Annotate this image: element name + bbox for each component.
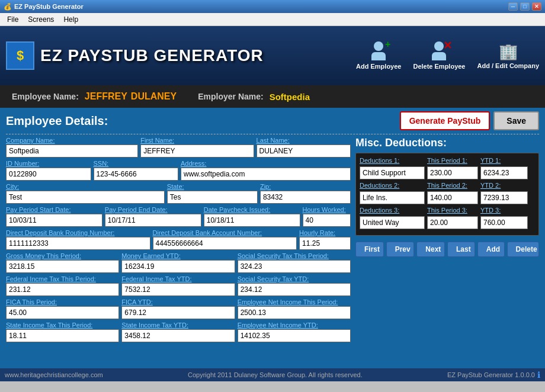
header: $ EZ PAYSTUB GENERATOR + Add Employee ✕ … <box>0 26 545 85</box>
last-button[interactable]: Last <box>447 242 475 257</box>
gross-money-input[interactable] <box>6 260 119 273</box>
ded2-period-input[interactable] <box>427 191 478 204</box>
row-id-ssn: ID Number: SSN: Address: <box>6 160 351 181</box>
ssn-input[interactable] <box>94 168 179 181</box>
bank-account-input[interactable] <box>153 237 297 250</box>
state-income-period-label: State Income Tax This Period: <box>6 322 119 329</box>
gross-money-group: Gross Money This Period: <box>6 252 119 273</box>
delete-employee-button[interactable]: ✕ Delete Employee <box>413 41 465 70</box>
state-income-ytd-input[interactable] <box>121 329 235 342</box>
ded3-period-label: This Period 3: <box>427 207 478 214</box>
bank-routing-input[interactable] <box>6 237 150 250</box>
footer-version: EZ PayStub Generator 1.0.0.0 <box>447 371 535 378</box>
fed-income-ytd-input[interactable] <box>121 283 235 296</box>
fed-income-period-group: Federal Incme Tax This Period: <box>6 275 119 296</box>
paycheck-date-input[interactable] <box>204 214 300 227</box>
ss-tax-ytd-label: Social Security Tax YTD: <box>238 275 351 282</box>
state-income-ytd-group: State Income Tax YTD: <box>121 322 235 342</box>
id-number-input[interactable] <box>6 168 91 181</box>
zip-input[interactable] <box>260 191 351 204</box>
pay-end-input[interactable] <box>105 214 201 227</box>
prev-button[interactable]: Prev <box>386 242 415 257</box>
state-input[interactable] <box>167 191 258 204</box>
add-edit-company-button[interactable]: 🏢 Add / Edit Company <box>477 43 540 69</box>
ded3-ytd-input[interactable] <box>480 216 528 229</box>
emp-name-label: Employee Name: <box>12 92 79 101</box>
menu-file[interactable]: File <box>2 14 23 25</box>
last-name-input[interactable] <box>257 144 351 158</box>
ded1-name-input[interactable] <box>360 166 425 179</box>
state-income-period-input[interactable] <box>6 329 119 342</box>
row-city-state-zip: City: State: Zip: <box>6 183 351 204</box>
emp-net-income-period-group: Employee Net Income This Period: <box>238 298 351 319</box>
menu-bar: File Screens Help <box>0 13 545 26</box>
id-number-group: ID Number: <box>6 160 91 181</box>
hourly-rate-group: Hourly Rate: <box>299 229 351 250</box>
pay-start-group: Pay Period Start Date: <box>6 206 102 227</box>
gross-money-label: Gross Money This Period: <box>6 252 119 259</box>
fica-ytd-input[interactable] <box>121 306 235 319</box>
ded-header-row-1: Deductions 1: This Period 1: YTD 1: <box>360 157 535 164</box>
company-name-input[interactable] <box>6 144 138 158</box>
close-button[interactable]: ✕ <box>532 2 541 11</box>
generate-paystub-button[interactable]: Generate PayStub <box>400 111 490 130</box>
ss-tax-period-label: Social Security Tax This Period: <box>238 252 351 259</box>
menu-screens[interactable]: Screens <box>23 14 59 25</box>
bank-account-group: Direct Deposit Bank Account Number: <box>153 229 297 250</box>
ded3-name-input[interactable] <box>360 216 425 229</box>
ded3-period-input[interactable] <box>427 216 478 229</box>
emp-net-income-period-label: Employee Net Income This Period: <box>238 298 351 306</box>
ded1-num-label: Deductions 1: <box>360 157 425 164</box>
ss-tax-ytd-group: Social Security Tax YTD: <box>238 275 351 296</box>
emp-net-income-ytd-input[interactable] <box>238 329 351 342</box>
ded1-period-input[interactable] <box>427 166 478 179</box>
logo-icon: $ <box>6 41 34 70</box>
city-input[interactable] <box>6 191 165 204</box>
id-number-label: ID Number: <box>6 160 91 167</box>
first-name-input[interactable] <box>140 144 254 158</box>
form-left: Company Name: First Name: Last Name: ID … <box>6 137 351 345</box>
row-state-income: State Income Tax This Period: State Inco… <box>6 322 351 342</box>
ded-header-row-3: Deductions 3: This Period 3: YTD 3: <box>360 207 535 214</box>
next-button[interactable]: Next <box>416 242 445 257</box>
deduction-row-1: Deductions 1: This Period 1: YTD 1: <box>360 157 535 179</box>
fed-income-period-input[interactable] <box>6 283 119 296</box>
address-input[interactable] <box>181 168 351 181</box>
footer-copyright: Copyright 2011 Dulaney Software Group. A… <box>188 371 363 378</box>
pay-start-input[interactable] <box>6 214 102 227</box>
footer: www.heritagechristiancollege.com Copyrig… <box>0 368 545 381</box>
ss-tax-period-input[interactable] <box>238 260 351 273</box>
money-ytd-input[interactable] <box>121 260 235 273</box>
row-company-name: Company Name: First Name: Last Name: <box>6 137 351 158</box>
pay-start-label: Pay Period Start Date: <box>6 206 102 213</box>
ded-input-row-2 <box>360 191 535 204</box>
info-icon[interactable]: ℹ <box>537 370 540 380</box>
minimize-button[interactable]: ─ <box>508 2 518 11</box>
ded2-ytd-input[interactable] <box>480 191 528 204</box>
fed-income-period-label: Federal Incme Tax This Period: <box>6 275 119 282</box>
first-button[interactable]: First <box>355 242 384 257</box>
money-ytd-group: Money Earned YTD: <box>121 252 235 273</box>
last-name-group: Last Name: <box>257 137 351 158</box>
fed-income-ytd-label: Federal Incme Tax YTD: <box>121 275 235 282</box>
first-name-label: First Name: <box>140 137 254 144</box>
maximize-button[interactable]: □ <box>520 2 530 11</box>
add-employee-button[interactable]: + Add Employee <box>356 41 401 70</box>
ded2-name-input[interactable] <box>360 191 425 204</box>
add-button[interactable]: Add <box>477 242 505 257</box>
deduction-row-2: Deductions 2: This Period 2: YTD 2: <box>360 182 535 204</box>
fica-period-input[interactable] <box>6 306 119 319</box>
form-right: Misc. Deductions: Deductions 1: This Per… <box>355 137 539 345</box>
hourly-rate-input[interactable] <box>299 237 351 250</box>
save-button[interactable]: Save <box>493 111 539 130</box>
ded1-ytd-input[interactable] <box>480 166 528 179</box>
menu-help[interactable]: Help <box>59 14 83 25</box>
footer-left: www.heritagechristiancollege.com <box>5 371 103 378</box>
hours-worked-input[interactable] <box>303 214 351 227</box>
row-pay-period: Pay Period Start Date: Pay Period End Da… <box>6 206 351 227</box>
ss-tax-ytd-input[interactable] <box>238 283 351 296</box>
nav-buttons: First Prev Next Last Add Delete <box>355 242 539 257</box>
emp-net-income-period-input[interactable] <box>238 306 351 319</box>
delete-button[interactable]: Delete <box>507 242 539 257</box>
city-group: City: <box>6 183 165 204</box>
